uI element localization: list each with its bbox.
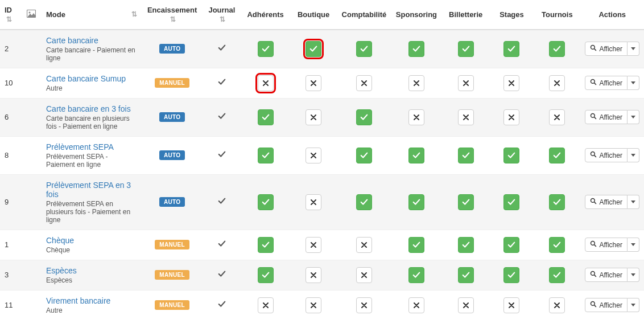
status-disabled[interactable] [306, 297, 321, 313]
mode-link[interactable]: Prélèvement SEPA [46, 142, 137, 152]
status-enabled[interactable] [503, 41, 519, 57]
status-disabled[interactable] [258, 75, 274, 91]
cell-journal [203, 68, 241, 98]
mode-link[interactable]: Carte bancaire en 3 fois [46, 104, 137, 113]
status-enabled[interactable] [503, 237, 519, 253]
cell-image [20, 30, 42, 68]
header-billetterie[interactable]: Billetterie [442, 0, 490, 30]
status-enabled[interactable] [408, 267, 424, 283]
status-enabled[interactable] [408, 148, 424, 163]
status-disabled[interactable] [408, 75, 424, 91]
header-mode[interactable]: Mode ⇅ [42, 0, 142, 30]
action-dropdown-toggle[interactable] [628, 238, 639, 252]
status-enabled[interactable] [503, 267, 519, 283]
view-button[interactable]: Afficher [585, 148, 627, 162]
status-enabled[interactable] [549, 237, 565, 253]
status-enabled[interactable] [408, 41, 424, 57]
status-disabled[interactable] [306, 194, 321, 210]
status-disabled[interactable] [458, 75, 474, 91]
status-disabled[interactable] [356, 75, 372, 91]
action-dropdown-toggle[interactable] [628, 148, 639, 162]
mode-subtext: Chèque [46, 246, 137, 254]
mode-link[interactable]: Chèque [46, 236, 137, 245]
status-disabled[interactable] [549, 75, 565, 91]
cell-journal [203, 174, 241, 230]
status-disabled[interactable] [306, 148, 321, 163]
view-button[interactable]: Afficher [585, 110, 627, 124]
action-dropdown-toggle[interactable] [628, 42, 639, 56]
header-adherents[interactable]: Adhérents [241, 0, 290, 30]
status-disabled[interactable] [306, 75, 321, 91]
header-image[interactable] [20, 0, 42, 30]
status-enabled[interactable] [408, 237, 424, 253]
action-dropdown-toggle[interactable] [628, 268, 639, 282]
mode-link[interactable]: Prélèvement SEPA en 3 fois [46, 181, 137, 199]
status-enabled[interactable] [458, 237, 474, 253]
action-dropdown-toggle[interactable] [628, 298, 639, 312]
status-enabled[interactable] [258, 41, 274, 57]
header-tournois[interactable]: Tournois [534, 0, 580, 30]
status-enabled[interactable] [549, 267, 565, 283]
status-enabled[interactable] [306, 41, 321, 57]
status-disabled[interactable] [503, 109, 519, 125]
view-button[interactable]: Afficher [585, 238, 627, 252]
status-disabled[interactable] [258, 297, 274, 313]
status-disabled[interactable] [408, 109, 424, 125]
status-disabled[interactable] [458, 109, 474, 125]
status-enabled[interactable] [549, 148, 565, 163]
header-journal[interactable]: Journal ⇅ [203, 0, 241, 30]
status-disabled[interactable] [503, 75, 519, 91]
status-disabled[interactable] [458, 297, 474, 313]
mode-link[interactable]: Espèces [46, 266, 137, 275]
status-disabled[interactable] [356, 297, 372, 313]
status-disabled[interactable] [306, 237, 321, 253]
mode-link[interactable]: Carte bancaire Sumup [46, 74, 137, 83]
status-enabled[interactable] [258, 148, 274, 163]
status-enabled[interactable] [408, 194, 424, 210]
view-button[interactable]: Afficher [585, 268, 627, 282]
status-enabled[interactable] [458, 194, 474, 210]
action-dropdown-toggle[interactable] [628, 76, 639, 90]
status-enabled[interactable] [503, 194, 519, 210]
cell-billetterie [442, 68, 490, 98]
status-enabled[interactable] [458, 41, 474, 57]
status-enabled[interactable] [356, 41, 372, 57]
status-enabled[interactable] [356, 148, 372, 163]
status-disabled[interactable] [306, 267, 321, 283]
status-enabled[interactable] [458, 148, 474, 163]
action-button-group: Afficher [585, 268, 639, 282]
header-sponsoring[interactable]: Sponsoring [391, 0, 441, 30]
cell-encaissement: MANUEL [142, 230, 203, 260]
view-button[interactable]: Afficher [585, 76, 627, 90]
status-enabled[interactable] [356, 194, 372, 210]
header-stages[interactable]: Stages [490, 0, 534, 30]
status-disabled[interactable] [549, 109, 565, 125]
status-enabled[interactable] [549, 194, 565, 210]
header-id[interactable]: ID ⇅ [0, 0, 20, 30]
mode-link[interactable]: Carte bancaire [46, 36, 137, 45]
header-comptabilite[interactable]: Comptabilité [337, 0, 391, 30]
status-enabled[interactable] [356, 109, 372, 125]
status-disabled[interactable] [356, 237, 372, 253]
status-enabled[interactable] [549, 41, 565, 57]
status-enabled[interactable] [258, 109, 274, 125]
view-button[interactable]: Afficher [585, 195, 627, 209]
mode-link[interactable]: Virement bancaire [46, 296, 137, 305]
header-boutique[interactable]: Boutique [290, 0, 337, 30]
view-button[interactable]: Afficher [585, 298, 627, 312]
action-dropdown-toggle[interactable] [628, 110, 639, 124]
action-dropdown-toggle[interactable] [628, 195, 639, 209]
header-encaissement[interactable]: Encaissement ⇅ [142, 0, 203, 30]
status-disabled[interactable] [306, 109, 321, 125]
status-enabled[interactable] [458, 267, 474, 283]
view-button[interactable]: Afficher [585, 42, 627, 56]
status-enabled[interactable] [503, 148, 519, 163]
status-enabled[interactable] [258, 237, 274, 253]
cell-journal [203, 136, 241, 174]
status-disabled[interactable] [408, 297, 424, 313]
status-disabled[interactable] [356, 267, 372, 283]
status-disabled[interactable] [503, 297, 519, 313]
status-disabled[interactable] [549, 297, 565, 313]
status-enabled[interactable] [258, 267, 274, 283]
status-enabled[interactable] [258, 194, 274, 210]
